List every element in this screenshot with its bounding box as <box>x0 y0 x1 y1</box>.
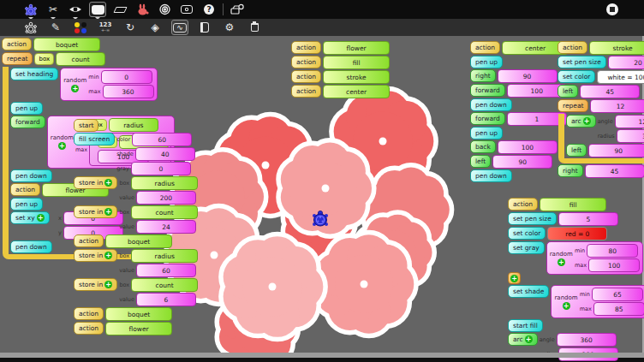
action-block[interactable]: action <box>558 41 587 54</box>
start-fill-block[interactable]: start fill <box>508 319 543 332</box>
right-block[interactable]: right <box>470 69 496 82</box>
number-block[interactable]: 12 <box>590 99 644 113</box>
pen-down-block[interactable]: pen down <box>10 169 52 182</box>
value-block[interactable]: radius <box>131 249 198 263</box>
action-block[interactable]: action <box>2 38 32 50</box>
number-block[interactable]: 360 <box>103 85 154 98</box>
journal-palette-icon[interactable] <box>196 20 213 35</box>
set-pen-size-block[interactable]: set pen size <box>508 212 557 225</box>
pen-up-block[interactable]: pen up <box>470 56 503 68</box>
forward-block[interactable]: forward <box>470 112 505 125</box>
action-block[interactable]: action <box>10 183 40 196</box>
fill-screen-block[interactable]: fill screen <box>74 133 115 145</box>
expand-chip[interactable]: + <box>508 272 521 284</box>
pen-up-block[interactable]: pen up <box>10 198 43 211</box>
action-block[interactable]: action <box>291 56 321 68</box>
number-block[interactable]: 40 <box>135 147 195 161</box>
value-block[interactable]: boquet <box>105 307 172 321</box>
number-block[interactable]: 6 <box>136 293 196 306</box>
run-step-icon[interactable] <box>178 2 195 17</box>
number-block[interactable]: 90 <box>492 155 552 169</box>
number-block[interactable]: 100 <box>588 258 640 272</box>
edit-icon[interactable]: ✂ <box>45 2 62 17</box>
extras-palette-icon[interactable]: ⚙ <box>221 20 238 35</box>
pen-up-block[interactable]: pen up <box>10 102 43 115</box>
sensors-palette-icon[interactable]: ∿ <box>171 20 188 35</box>
pen-palette-icon[interactable]: ✎ <box>47 20 64 35</box>
action-block[interactable]: action <box>74 307 104 320</box>
color-value-block[interactable]: red = 0 <box>547 227 607 240</box>
pen-down-block[interactable]: pen down <box>10 240 52 253</box>
blocks-palette-icon[interactable]: ◈ <box>146 20 164 35</box>
value-block[interactable]: radius <box>131 176 198 190</box>
value-block[interactable]: count <box>131 278 198 292</box>
arc-block[interactable]: arc+ <box>508 333 538 346</box>
value-block[interactable]: fill <box>323 56 390 69</box>
number-block[interactable]: 65 <box>592 288 643 301</box>
action-block[interactable]: action <box>508 198 538 211</box>
set-heading-block[interactable]: set heading <box>10 68 58 80</box>
repeat-block[interactable]: repeat <box>2 52 33 65</box>
number-block[interactable]: 5 <box>558 212 618 226</box>
trash-palette-icon[interactable] <box>246 20 263 35</box>
number-block[interactable]: 30 <box>617 129 644 143</box>
number-block[interactable]: 60 <box>132 133 192 146</box>
run-fast-icon[interactable] <box>134 2 151 17</box>
store-in-block[interactable]: store in+ <box>74 176 117 189</box>
set-pen-size-block[interactable]: set pen size <box>558 56 606 68</box>
number-block[interactable]: 100 <box>498 140 558 154</box>
number-block[interactable]: 20 <box>608 56 644 69</box>
set-shade-block[interactable]: set shade <box>508 285 549 298</box>
erase-icon[interactable] <box>111 2 128 17</box>
pen-down-block[interactable]: pen down <box>470 98 512 111</box>
left-block[interactable]: left <box>470 155 491 168</box>
set-gray-block[interactable]: set gray <box>508 241 545 254</box>
number-block[interactable]: 90 <box>498 69 558 83</box>
value-block[interactable]: flower <box>105 322 172 335</box>
color-value-block[interactable]: white = 100 <box>597 70 644 84</box>
left-block[interactable]: left <box>558 85 578 98</box>
value-block[interactable]: flower <box>323 41 390 55</box>
number-block[interactable]: 90 <box>588 144 644 157</box>
action-block[interactable]: action <box>291 85 321 98</box>
value-block[interactable]: boquet <box>33 38 100 51</box>
action-block[interactable]: action <box>74 234 104 247</box>
value-block[interactable]: stroke <box>589 41 644 55</box>
action-block[interactable]: action <box>291 41 321 54</box>
number-block[interactable]: 200 <box>136 191 196 205</box>
activity-turtle-icon[interactable] <box>22 2 39 17</box>
random-block[interactable]: random+min0max360 <box>60 68 157 101</box>
colors-palette-icon[interactable] <box>72 20 89 35</box>
number-block[interactable]: 120 <box>615 115 644 128</box>
pen-up-block[interactable]: pen up <box>470 127 503 139</box>
value-block[interactable]: boquet <box>105 234 172 248</box>
left-block[interactable]: left <box>566 144 587 157</box>
repeat-block[interactable]: repeat <box>558 99 588 112</box>
value-block[interactable]: fill <box>540 198 606 211</box>
view-icon[interactable] <box>67 2 84 17</box>
random-block[interactable]: random+min80max100 <box>546 241 643 275</box>
forward-block[interactable]: forward <box>470 84 505 97</box>
set-color-block[interactable]: set color <box>558 70 595 83</box>
stop-button-icon[interactable] <box>606 3 618 15</box>
action-block[interactable]: action <box>470 41 500 54</box>
value-block[interactable]: count <box>131 205 198 219</box>
store-in-block[interactable]: store in+ <box>74 205 117 218</box>
number-block[interactable]: 360 <box>557 333 617 347</box>
number-block[interactable]: 45 <box>585 164 644 178</box>
number-block[interactable]: 85 <box>593 302 644 316</box>
set-xy-block[interactable]: set xy+ <box>10 211 50 224</box>
forward-block[interactable]: forward <box>10 116 45 128</box>
flow-palette-icon[interactable]: ↻ <box>122 20 139 35</box>
number-block[interactable]: 80 <box>587 244 638 258</box>
number-block[interactable]: 60 <box>136 264 196 277</box>
help-icon[interactable]: ? <box>200 2 218 17</box>
action-block[interactable]: action <box>291 70 321 83</box>
arc-block[interactable]: arc+ <box>566 115 596 128</box>
value-block[interactable]: stroke <box>323 70 390 84</box>
number-block[interactable]: 45 <box>580 85 640 98</box>
number-block[interactable]: 0 <box>101 70 152 84</box>
store-in-block[interactable]: store in+ <box>74 249 117 262</box>
random-block[interactable]: random+min65max85 <box>551 285 644 318</box>
palette-icon[interactable] <box>89 2 106 17</box>
